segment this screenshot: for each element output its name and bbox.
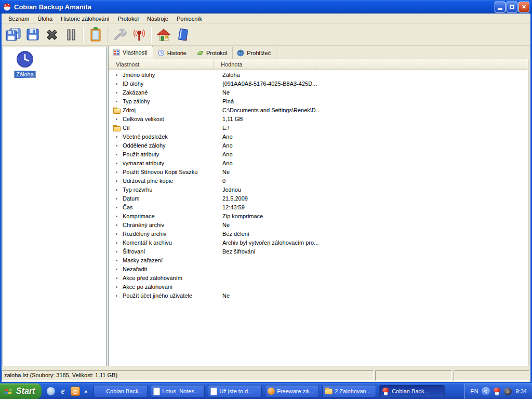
property-row[interactable]: ID úlohy {091AA0A8-5176-4025-B8A3-425D..… [109,79,528,88]
property-name: Zdroj [123,107,215,113]
property-value: {091AA0A8-5176-4025-B8A3-425D... [215,81,317,87]
property-row[interactable]: Chráněný archiv Ne [109,220,528,229]
row-icon [113,72,121,78]
remote-button[interactable] [129,25,149,44]
taskbar-button-label: Freeware zá... [277,388,313,394]
row-icon [113,231,121,237]
menu-item[interactable]: Pomocník [173,15,206,23]
property-name: Cíl [123,125,215,131]
row-icon [113,108,121,114]
detail-panel: Vlastnosti Historie [108,46,528,366]
new-backup-list-button[interactable] [4,25,23,44]
property-value: 21.5.2009 [215,195,248,202]
menu-item[interactable]: Protokol [114,15,142,23]
row-icon [113,204,121,210]
tab-vlastnosti[interactable]: Vlastnosti [108,46,153,59]
quick-launch-overflow-chevron[interactable]: » [84,388,87,394]
clipboard-button[interactable] [86,25,105,44]
options-button[interactable] [110,25,129,44]
status-panel-2 [375,370,452,381]
row-icon [113,195,121,202]
close-button[interactable]: ✕ [518,2,529,12]
property-row[interactable]: Akce před zálohováním [109,273,528,282]
property-value: Bez dělení [215,231,249,237]
property-name: Datum [123,195,215,202]
property-row[interactable]: vymazat atributy Ano [109,158,528,167]
properties-table: Vlastnost Hodnota Jméno úlohy Záloha [108,59,528,366]
task-buttons: Cobian Back... Lotus_Notes... Už jste to… [94,385,445,397]
menu-item[interactable]: Historie zálohování [57,15,113,23]
tray-a-badge-icon[interactable]: a [504,388,512,395]
property-row[interactable]: Nezařadit [109,264,528,273]
minimize-button[interactable] [495,2,506,12]
task-list-panel[interactable]: Záloha [3,47,107,366]
pause-tasks-button[interactable] [61,25,81,44]
property-row[interactable]: Typ rozvrhu Jednou [109,185,528,194]
tray-collapse-chevron-icon[interactable]: < [482,387,490,395]
tab-protokol[interactable]: Protokol [192,47,233,59]
maximize-button[interactable] [507,2,517,12]
property-name: Komentář k archivu [123,240,215,246]
row-icon [113,98,121,104]
taskbar-window-button[interactable]: Už jste to d... [208,385,262,397]
taskbar-window-button[interactable]: Cobian Back... [379,385,445,397]
titlebar[interactable]: Cobian Backup Amanita ✕ [0,0,532,14]
taskbar-window-button[interactable]: Freeware zá... [265,385,319,397]
property-row[interactable]: Použít Stínovou Kopii Svazku Ne [109,167,528,176]
tab-prohlizec[interactable]: Prohlížeč [233,47,276,59]
show-desktop-icon[interactable] [47,387,55,395]
column-header-vlastnost[interactable]: Vlastnost [109,59,214,70]
tab-strip: Vlastnosti Historie [108,46,528,59]
row-icon [113,213,121,219]
menu-item[interactable]: Nástroje [143,15,172,23]
language-indicator[interactable]: EN [470,388,478,394]
property-row[interactable]: Cíl E:\ [109,123,528,132]
help-button[interactable] [173,25,192,44]
property-row[interactable]: Komentář k archivu Archiv byl vytvořen z… [109,238,528,247]
property-value: 0 [215,178,225,184]
cobian-tray-icon[interactable] [493,388,501,395]
taskbar-window-button[interactable]: Lotus_Notes... [151,385,205,397]
task-label[interactable]: Záloha [14,71,36,78]
book-icon [175,27,191,43]
home-button[interactable] [154,25,173,44]
maximize-icon [510,5,514,9]
property-value: Záloha [215,72,240,78]
menu-item[interactable]: Seznam [5,15,33,23]
row-icon [113,257,121,263]
backup-task-item[interactable]: Záloha [10,50,39,78]
start-button[interactable]: Start [0,383,42,399]
property-row[interactable]: Masky zařazení [109,256,528,264]
property-row[interactable]: Rozdělený archiv Bez dělení [109,229,528,238]
property-row[interactable]: Použít účet jiného uživatele Ne [109,291,528,300]
taskbar-window-button[interactable]: 2.Zalohovan... [322,385,376,397]
property-row[interactable]: Akce po zálohování [109,282,528,291]
clock-time[interactable]: 9:34 [516,388,527,394]
save-list-button[interactable] [23,25,42,44]
property-row[interactable]: Čas 12:43:59 [109,203,528,211]
row-icon [113,284,121,290]
property-row[interactable]: Jméno úlohy Záloha [109,70,528,79]
tab-historie[interactable]: Historie [153,47,192,59]
property-row[interactable]: Použít atributy Ano [109,150,528,158]
property-row[interactable]: Datum 21.5.2009 [109,194,528,203]
property-row[interactable]: Oddělené zálohy Ano [109,141,528,150]
taskbar-window-button[interactable]: Cobian Back... [94,385,148,397]
property-value: Ano [215,151,233,157]
property-name: Akce po zálohování [123,284,215,290]
table-rows: Jméno úlohy Záloha ID úlohy {091AA0A8-51… [109,70,528,366]
property-row[interactable]: Včetně podsložek Ano [109,132,528,141]
property-row[interactable]: Zakázané Ne [109,88,528,97]
property-row[interactable]: Šifrovaní Bez šifrování [109,247,528,256]
property-row[interactable]: Celková velikost 1,11 GB [109,114,528,123]
toolbar-separator [83,26,84,43]
property-row[interactable]: Udržovat plné kopie 0 [109,176,528,185]
property-row[interactable]: Typ zálohy Plná [109,97,528,105]
internet-explorer-icon[interactable]: e [58,387,68,396]
menu-item[interactable]: Úloha [34,15,56,23]
delete-task-button[interactable] [42,25,61,44]
scheduler-clock-icon[interactable]: ◷ [71,387,80,396]
property-row[interactable]: Zdroj C:\Documents and Settings\Renek\D.… [109,105,528,114]
column-header-hodnota[interactable]: Hodnota [214,59,315,70]
property-row[interactable]: Komprimace Zip komprimace [109,211,528,220]
